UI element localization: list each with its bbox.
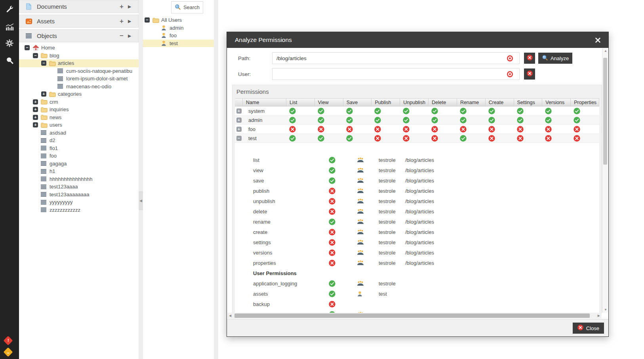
detail-permission-name: unpublish [253,198,275,204]
column-header-delete[interactable]: Delete [429,99,457,106]
column-header-rename[interactable]: Rename [457,99,486,106]
settings-menu-button[interactable] [0,37,19,51]
tree-item-gagaga[interactable]: gagaga [19,160,139,168]
collapse-objects-button[interactable]: − [118,32,126,40]
assets-menu-caret[interactable]: ▶ [126,19,133,23]
tree-item-All Users[interactable]: −All Users [143,16,214,24]
tree-item-test123aaaa[interactable]: test123aaaa [19,183,139,191]
dialog-header[interactable]: Analyze Permissions [227,32,608,48]
tree-item-hhhhhhhhhhhhhhh[interactable]: hhhhhhhhhhhhhhh [19,175,139,183]
dialog-close-icon[interactable] [595,38,600,43]
collapse-panel-handle[interactable]: ◀ [139,191,143,210]
column-header-view[interactable]: View [315,99,343,106]
column-header-create[interactable]: Create [486,99,514,106]
collapse-icon[interactable]: − [145,17,150,23]
collapse-icon[interactable]: − [25,45,30,50]
tree-item-inquiries[interactable]: +inquiries [19,106,139,114]
tools-menu-button[interactable] [0,2,19,17]
dialog-vertical-scrollbar[interactable]: ▲ ▼ [602,48,608,313]
collapse-icon[interactable]: − [41,61,46,66]
add-document-button[interactable]: + [118,3,126,11]
permission-row-test[interactable]: −test [235,134,599,143]
detail-row-settings: settingstestrole/blog/articles [235,237,599,248]
accordion-header-assets[interactable]: Assets + ▶ [19,15,139,28]
column-header-save[interactable]: Save [343,99,372,106]
search-menu-button[interactable] [0,54,19,68]
tree-item-asdsad[interactable]: asdsad [19,129,139,137]
dialog-horizontal-scrollbar[interactable]: ◀ ▶ [227,313,602,319]
tree-item-foo[interactable]: foo [19,152,139,160]
permission-row-admin[interactable]: +admin [235,116,599,125]
expand-icon[interactable]: + [33,115,38,120]
tree-item-h1[interactable]: h1 [19,167,139,175]
add-asset-button[interactable]: + [118,17,126,25]
tree-item-cum-sociis-natoque-penatibu[interactable]: cum-sociis-natoque-penatibu [19,67,139,75]
path-field-label: Path: [238,55,251,61]
user-target-icon[interactable] [507,70,514,78]
analytics-menu-button[interactable] [0,21,19,35]
permissions-fieldset-title: Permissions [235,88,599,98]
error-diamond-icon[interactable]: ! [3,336,13,345]
horizontal-scroll-thumb[interactable] [234,313,590,318]
tree-item-d2[interactable]: d2 [19,137,139,144]
close-button[interactable]: Close [573,323,604,334]
clear-path-button[interactable] [524,53,535,64]
row-name: system [243,108,286,114]
tree-item-categories[interactable]: +categories [19,90,139,98]
denied-cross-icon [400,126,429,133]
element-tree-panel: Documents + ▶ Assets + ▶ Objects − ▶ −Ho… [19,0,139,359]
panel-splitter[interactable]: ◀ [139,0,143,359]
collapse-row-icon[interactable]: − [236,136,242,141]
clear-user-button[interactable] [524,68,535,80]
vertical-scroll-thumb[interactable] [603,58,607,165]
user-input[interactable] [272,68,520,80]
tree-item-crm[interactable]: +crm [19,98,139,106]
analyze-button[interactable]: Analyze [538,53,572,64]
tree-item-zzzzzzzzzzzz[interactable]: zzzzzzzzzzzz [19,206,139,214]
expand-icon[interactable]: + [33,107,38,112]
column-header-properties[interactable]: Properties [571,99,599,106]
scroll-up-icon[interactable]: ▲ [604,49,607,53]
column-header-settings[interactable]: Settings [514,99,543,106]
permission-row-foo[interactable]: +foo [235,125,599,134]
accordion-header-objects[interactable]: Objects − ▶ [19,29,139,42]
tree-item-test[interactable]: test [143,40,214,47]
expand-row-icon[interactable]: + [236,118,242,123]
tree-item-lorem-ipsum-dolor-sit-amet[interactable]: lorem-ipsum-dolor-sit-amet [19,75,139,83]
tree-item-admin[interactable]: admin [143,24,214,32]
pending-diamond-icon[interactable]: ... [3,347,13,357]
tree-item-Home[interactable]: −Home [19,44,139,52]
expand-icon[interactable]: + [33,122,38,127]
scroll-down-icon[interactable]: ▼ [604,308,607,312]
expand-row-icon[interactable]: + [236,127,242,132]
column-header-name[interactable]: Name [243,99,286,106]
search-users-button[interactable]: Search [171,1,203,13]
workspace-splitter[interactable] [214,0,218,359]
analytics-icon [6,23,14,32]
tree-item-flo1[interactable]: flo1 [19,144,139,152]
accordion-header-documents[interactable]: Documents + ▶ [19,0,139,13]
expand-icon[interactable]: + [33,99,38,104]
tree-item-articles[interactable]: −articles [19,59,139,67]
tree-item-yyyyyyyyy[interactable]: yyyyyyyyy [19,198,139,206]
documents-menu-caret[interactable]: ▶ [126,4,133,9]
path-target-icon[interactable] [507,55,514,62]
column-header-list[interactable]: List [286,99,315,106]
tree-item-test123aaaaaaaa[interactable]: test123aaaaaaaa [19,191,139,199]
expand-row-icon[interactable]: + [236,108,242,114]
expand-icon[interactable]: + [41,91,46,97]
path-input[interactable] [272,52,520,64]
column-header-versions[interactable]: Versions [542,99,571,106]
scroll-left-icon[interactable]: ◀ [229,314,231,317]
permission-row-system[interactable]: +system [235,106,599,116]
collapse-icon[interactable]: − [33,53,38,58]
tree-item-blog[interactable]: −blog [19,52,139,60]
tree-item-foo[interactable]: foo [143,32,214,40]
tree-item-news[interactable]: +news [19,114,139,122]
tree-item-users[interactable]: +users [19,121,139,129]
tree-item-maecenas-nec-odio[interactable]: maecenas-nec-odio [19,83,139,91]
column-header-unpublish[interactable]: Unpublish [400,99,429,106]
scroll-right-icon[interactable]: ▶ [598,314,600,317]
objects-menu-caret[interactable]: ▶ [126,34,133,38]
column-header-publish[interactable]: Publish [372,99,400,106]
